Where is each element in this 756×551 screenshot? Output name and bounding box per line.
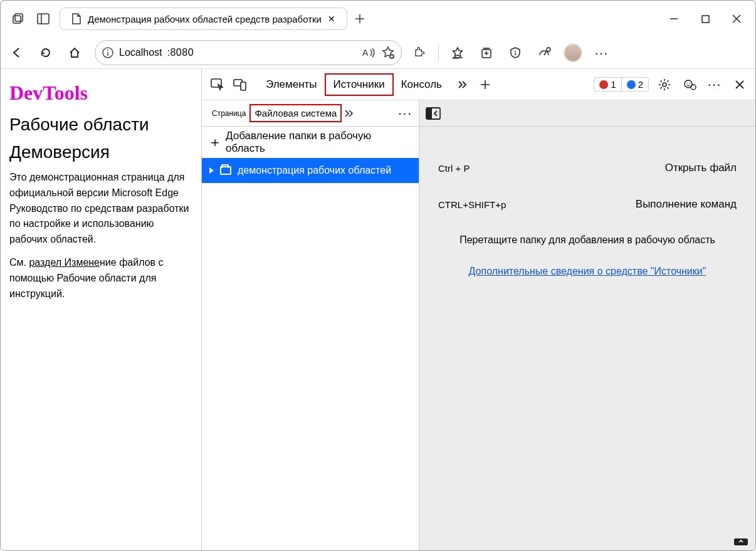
more-subtabs-icon[interactable] — [344, 109, 354, 118]
favorites-icon[interactable] — [446, 41, 469, 64]
workspace-folder-item[interactable]: демонстрация рабочих областей — [202, 158, 419, 183]
tab-title: Демонстрация рабочих областей средств ра… — [88, 14, 322, 24]
page-heading-1: Рабочие области — [9, 115, 192, 135]
page-paragraph-2: См. раздел Изменение файлов с помощью Ра… — [9, 255, 192, 302]
devtools-tab-sources[interactable]: Источники — [325, 73, 394, 96]
new-tab-button[interactable] — [351, 10, 369, 28]
url-text-host: Localhost — [119, 47, 162, 58]
site-info-icon[interactable] — [102, 46, 114, 59]
page-heading-2: Демоверсия — [9, 142, 192, 162]
read-aloud-icon[interactable]: A — [362, 46, 376, 59]
devtools-menu-button[interactable]: ··· — [705, 75, 724, 94]
svg-point-22 — [515, 51, 516, 52]
svg-rect-2 — [38, 14, 49, 24]
svg-point-42 — [689, 83, 690, 84]
page-content: DevTools Рабочие области Демоверсия Это … — [1, 69, 201, 550]
svg-line-36 — [661, 80, 662, 81]
svg-rect-28 — [241, 82, 246, 90]
favorite-icon[interactable] — [381, 46, 395, 60]
sources-learn-more-link[interactable]: Дополнительные сведения о средстве "Исто… — [469, 266, 706, 276]
svg-point-11 — [107, 50, 108, 51]
svg-line-39 — [667, 80, 668, 81]
add-folder-button[interactable]: ＋ Добавление папки в рабочую область — [202, 127, 419, 158]
svg-rect-0 — [13, 16, 21, 23]
browser-tab[interactable]: Демонстрация рабочих областей средств ра… — [60, 8, 347, 30]
issues-badge[interactable]: 2 — [622, 78, 648, 91]
drawer-toggle-icon[interactable] — [733, 535, 749, 547]
devtools-tab-elements[interactable]: Элементы — [258, 75, 325, 95]
collapse-sidebar-icon[interactable] — [426, 107, 441, 120]
sources-subtab-page[interactable]: Страница — [208, 107, 249, 120]
folder-label: демонстрация рабочих областей — [238, 165, 391, 176]
svg-point-25 — [547, 48, 550, 51]
svg-rect-47 — [426, 108, 432, 119]
profile-avatar[interactable] — [562, 41, 584, 64]
issue-icon — [627, 80, 636, 89]
sources-subtab-menu[interactable]: ··· — [398, 106, 412, 120]
url-text-port: :8080 — [167, 47, 194, 58]
inspect-element-icon[interactable] — [208, 75, 227, 94]
hint-open-file: Ctrl + P Открыть файл — [438, 162, 737, 174]
svg-text:A: A — [362, 48, 369, 58]
refresh-button[interactable] — [34, 41, 57, 64]
svg-rect-48 — [734, 538, 748, 545]
plus-icon: ＋ — [208, 133, 222, 152]
tab-actions-icon[interactable] — [9, 10, 27, 28]
vertical-tabs-icon[interactable] — [34, 10, 52, 28]
more-tabs-icon[interactable] — [453, 75, 472, 94]
security-icon[interactable] — [504, 41, 527, 64]
svg-point-31 — [663, 83, 666, 87]
collections-icon[interactable] — [475, 41, 498, 64]
error-icon — [599, 80, 608, 89]
tab-close-button[interactable]: ✕ — [328, 14, 335, 24]
hint-drop-folder: Перетащите папку для добавления в рабочу… — [438, 234, 737, 246]
sources-subtab-filesystem[interactable]: Файловая система — [249, 104, 342, 122]
back-button[interactable] — [6, 41, 28, 64]
page-paragraph-1: Это демонстрационная страница для официа… — [9, 170, 192, 248]
minimize-button[interactable] — [669, 14, 679, 24]
device-emulation-icon[interactable] — [231, 75, 249, 94]
maximize-button[interactable] — [700, 14, 710, 24]
address-bar[interactable]: Localhost :8080 A — [95, 40, 402, 65]
svg-point-41 — [686, 83, 688, 84]
svg-rect-1 — [15, 14, 23, 21]
close-window-button[interactable] — [732, 14, 742, 24]
devtools-panel: Элементы Источники Консоль 1 2 ··· — [201, 69, 755, 550]
svg-rect-7 — [702, 16, 709, 23]
devtools-tab-console[interactable]: Консоль — [394, 75, 449, 95]
extensions-icon[interactable] — [408, 41, 431, 64]
devtools-close-button[interactable] — [730, 75, 749, 94]
hint-run-command: CTRL+SHIFT+p Выполнение команд — [438, 198, 737, 211]
errors-badge[interactable]: 1 — [594, 78, 621, 91]
performance-icon[interactable] — [533, 41, 555, 64]
svg-point-43 — [691, 85, 696, 90]
new-tab-devtools-button[interactable] — [476, 75, 495, 94]
svg-line-38 — [661, 87, 662, 88]
svg-line-24 — [544, 52, 546, 55]
devtools-settings-icon[interactable] — [655, 75, 674, 94]
browser-menu-button[interactable]: ··· — [591, 41, 613, 64]
page-link[interactable]: раздел Измене — [29, 257, 100, 268]
svg-line-37 — [667, 87, 668, 88]
page-brand: DevTools — [9, 81, 192, 105]
folder-icon — [220, 166, 231, 175]
feedback-icon[interactable] — [680, 75, 699, 94]
home-button[interactable] — [63, 41, 86, 64]
expand-triangle-icon — [209, 167, 214, 174]
page-icon — [71, 13, 81, 24]
